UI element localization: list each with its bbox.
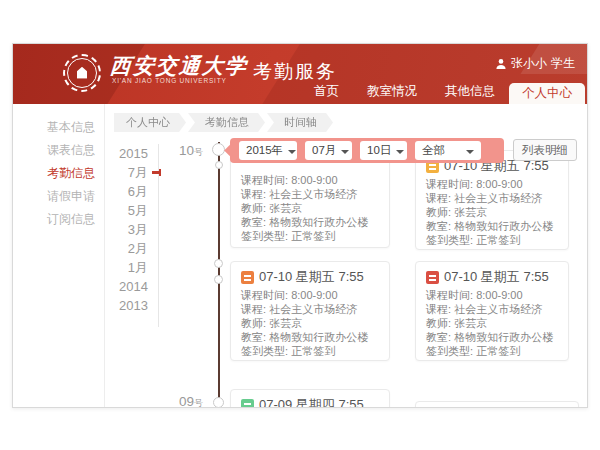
chevron-down-icon (396, 150, 404, 158)
card-field: 签到类型: 正常签到 (426, 344, 558, 358)
field-label: 签到类型: (426, 345, 476, 357)
breadcrumb-item-personal-center[interactable]: 个人中心 (114, 113, 186, 132)
filter-bar: 2015年 07月 10日 全部 (230, 138, 504, 163)
breadcrumb: 个人中心 考勤信息 时间轴 (114, 113, 335, 132)
card-header: 07-10 星期五 7:55 (426, 268, 558, 286)
breadcrumb-item-timeline[interactable]: 时间轴 (267, 113, 333, 132)
month-select[interactable]: 07月 (305, 141, 352, 160)
field-value: 正常签到 (291, 230, 335, 242)
field-value: 8:00-9:00 (476, 289, 522, 301)
field-label: 课程: (426, 303, 454, 315)
attendance-status-icon (241, 271, 254, 284)
app-header: 西安交通大学 XI'AN JIAO TONG UNIVERSITY 考勤服务 张… (13, 44, 587, 104)
field-label: 教室: (241, 216, 269, 228)
card-date-title: 07-10 星期五 7:55 (444, 268, 549, 286)
day-select[interactable]: 10日 (360, 141, 407, 160)
field-label: 课程时间: (241, 289, 291, 301)
field-value: 正常签到 (476, 345, 520, 357)
card-field: 课程时间: 8:00-9:00 (426, 177, 558, 191)
field-value: 社会主义市场经济 (269, 188, 357, 200)
user-icon (495, 58, 507, 70)
attendance-card[interactable]: 07-10 星期五 7:55 课程时间: 8:00-9:00课程: 社会主义市场… (415, 150, 569, 250)
timeline-node (214, 275, 223, 284)
card-field: 教师: 张芸京 (426, 205, 558, 219)
field-label: 课程时间: (426, 178, 476, 190)
nav-item-classrooms[interactable]: 教室情况 (353, 81, 431, 101)
card-fields: 课程时间: 8:00-9:00课程: 社会主义市场经济教师: 张芸京教室: 格物… (426, 286, 558, 358)
card-field: 课程: 社会主义市场经济 (426, 191, 558, 205)
chevron-down-icon (466, 150, 474, 158)
chevron-down-icon (341, 150, 349, 158)
card-field: 课程时间: 8:00-9:00 (426, 288, 558, 302)
field-value: 正常签到 (476, 234, 520, 246)
timeline-node (213, 397, 224, 408)
card-field: 课程: 社会主义市场经济 (241, 302, 379, 316)
field-value: 8:00-9:00 (291, 289, 337, 301)
card-field: 教室: 格物致知行政办公楼 (426, 219, 558, 233)
timeline-node (212, 143, 225, 156)
day-select-value: 10日 (367, 143, 391, 158)
card-field: 课程: 社会主义市场经济 (426, 302, 558, 316)
field-label: 教师: (241, 317, 269, 329)
field-label: 课程: (241, 188, 269, 200)
field-value: 格物致知行政办公楼 (269, 216, 368, 228)
timeline-node (215, 161, 223, 169)
user-info[interactable]: 张小小 学生 (495, 55, 575, 72)
card-field: 签到类型: 正常签到 (426, 233, 558, 247)
nav-item-home[interactable]: 首页 (300, 81, 353, 101)
card-field: 课程: 社会主义市场经济 (241, 187, 379, 201)
field-label: 课程: (426, 192, 454, 204)
card-date-title: 07-09 星期四 7:55 (259, 396, 364, 408)
field-value: 社会主义市场经济 (269, 303, 357, 315)
card-field: 教师: 张芸京 (426, 316, 558, 330)
type-select[interactable]: 全部 (415, 141, 481, 160)
card-fields: 课程时间: 8:00-9:00课程: 社会主义市场经济教师: 张芸京教室: 格物… (241, 286, 379, 358)
breadcrumb-item-attendance[interactable]: 考勤信息 (188, 113, 265, 132)
card-field: 签到类型: 正常签到 (241, 229, 379, 243)
field-label: 课程时间: (241, 174, 291, 186)
university-logo (63, 54, 101, 92)
nav-item-personal-center[interactable]: 个人中心 (509, 83, 585, 104)
field-label: 签到类型: (241, 230, 291, 242)
card-header: 07-10 星期五 7:55 (241, 268, 379, 286)
attendance-card[interactable]: 07-09 星期四 7:55 (230, 389, 390, 408)
user-role: 学生 (551, 55, 575, 72)
attendance-status-icon (426, 271, 439, 284)
card-field: 教师: 张芸京 (241, 201, 379, 215)
app-window: 西安交通大学 XI'AN JIAO TONG UNIVERSITY 考勤服务 张… (12, 43, 588, 408)
field-value: 张芸京 (454, 206, 487, 218)
card-field: 签到类型: 正常签到 (241, 344, 379, 358)
field-value: 格物致知行政办公楼 (454, 331, 553, 343)
field-value: 社会主义市场经济 (454, 192, 542, 204)
field-value: 张芸京 (454, 317, 487, 329)
type-select-value: 全部 (422, 143, 445, 158)
field-value: 正常签到 (291, 345, 335, 357)
field-label: 教师: (426, 206, 454, 218)
card-field: 课程时间: 8:00-9:00 (241, 173, 379, 187)
attendance-card[interactable]: 07-10 星期五 7:55 课程时间: 8:00-9:00课程: 社会主义市场… (415, 261, 569, 361)
field-label: 课程时间: (426, 289, 476, 301)
card-field: 教室: 格物致知行政办公楼 (241, 215, 379, 229)
list-detail-button[interactable]: 列表明细 (513, 139, 577, 161)
field-value: 张芸京 (269, 317, 302, 329)
attendance-card[interactable]: 07-10 星期五 7:55 课程时间: 8:00-9:00课程: 社会主义市场… (230, 261, 390, 361)
year-select[interactable]: 2015年 (239, 141, 297, 160)
field-label: 教师: (241, 202, 269, 214)
field-value: 格物致知行政办公楼 (454, 220, 553, 232)
card-fields: 课程时间: 8:00-9:00课程: 社会主义市场经济教师: 张芸京教室: 格物… (426, 175, 558, 247)
card-field: 教师: 张芸京 (241, 316, 379, 330)
field-value: 社会主义市场经济 (454, 303, 542, 315)
card-field: 教室: 格物致知行政办公楼 (241, 330, 379, 344)
field-value: 格物致知行政办公楼 (269, 331, 368, 343)
field-label: 签到类型: (241, 345, 291, 357)
attendance-card[interactable] (415, 401, 579, 408)
page: 西安交通大学 XI'AN JIAO TONG UNIVERSITY 考勤服务 张… (0, 0, 600, 450)
field-value: 张芸京 (269, 202, 302, 214)
university-name-en: XI'AN JIAO TONG UNIVERSITY (112, 77, 227, 84)
field-value: 8:00-9:00 (476, 178, 522, 190)
nav-item-other-info[interactable]: 其他信息 (431, 81, 509, 101)
app-body: 个人中心 考勤信息 时间轴 基本信息 课表信息 考勤信息 请假申请 订阅信息 2… (13, 104, 587, 408)
card-header: 07-09 星期四 7:55 (241, 396, 379, 408)
chevron-down-icon (288, 150, 296, 158)
card-field: 课程时间: 8:00-9:00 (241, 288, 379, 302)
